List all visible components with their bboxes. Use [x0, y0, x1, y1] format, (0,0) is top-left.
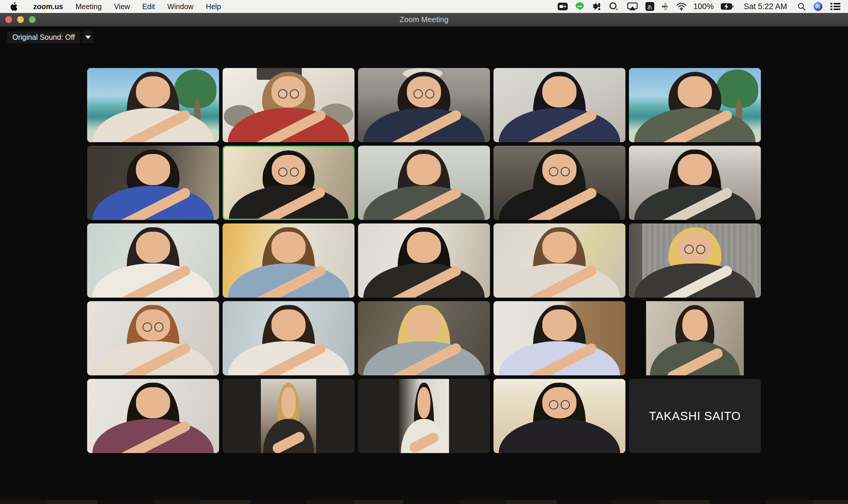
video-camera-icon[interactable] — [554, 0, 572, 13]
participant-tile-3[interactable] — [358, 68, 490, 142]
menu-item-window[interactable]: Window — [161, 0, 200, 13]
original-sound-label[interactable]: Original Sound: Off — [7, 31, 80, 43]
participant-video — [358, 223, 490, 298]
participant-silhouette — [222, 68, 355, 142]
glasses — [546, 167, 573, 176]
menu-item-view[interactable]: View — [108, 0, 136, 13]
chevron-down-icon — [85, 36, 91, 39]
glasses — [275, 89, 302, 98]
participant-video — [493, 301, 626, 375]
original-sound-control[interactable]: Original Sound: Off — [7, 31, 93, 43]
participant-tile-7[interactable] — [222, 146, 355, 220]
participant-video — [493, 223, 626, 298]
participant-video — [358, 146, 490, 220]
participant-silhouette — [222, 301, 355, 375]
participant-silhouette — [222, 223, 355, 298]
participant-tile-21[interactable] — [87, 379, 219, 453]
participant-silhouette — [87, 68, 219, 142]
window-title: Zoom Meeting — [0, 15, 848, 24]
participant-silhouette — [646, 301, 744, 375]
participant-silhouette — [261, 379, 316, 453]
participant-tile-17[interactable] — [222, 301, 355, 375]
participant-tile-1[interactable] — [87, 68, 219, 142]
participant-video — [358, 301, 490, 375]
participant-video — [493, 68, 626, 142]
participant-silhouette — [358, 68, 490, 142]
participant-silhouette — [493, 379, 626, 453]
bluetooth-icon[interactable] — [658, 0, 672, 13]
participant-tile-14[interactable] — [493, 223, 626, 298]
alert-burst-icon[interactable] — [588, 0, 605, 13]
participant-silhouette — [87, 223, 219, 298]
participant-silhouette — [493, 146, 626, 220]
participant-silhouette — [399, 379, 449, 453]
participant-tile-20[interactable] — [629, 301, 761, 375]
participant-silhouette — [87, 301, 219, 375]
siri-icon[interactable] — [809, 0, 827, 13]
participant-silhouette — [493, 301, 626, 375]
menu-item-edit[interactable]: Edit — [136, 0, 161, 13]
participant-tile-11[interactable] — [87, 223, 219, 298]
participant-silhouette — [629, 146, 761, 220]
participant-tile-24[interactable] — [493, 379, 626, 453]
menu-item-zoomus[interactable]: zoom.us — [27, 0, 69, 13]
participant-tile-8[interactable] — [358, 146, 490, 220]
participant-tile-22[interactable] — [222, 379, 355, 453]
participant-tile-13[interactable] — [358, 223, 490, 298]
glasses — [681, 245, 708, 254]
participant-name: TAKASHI SAITO — [649, 410, 741, 423]
participant-tile-4[interactable] — [493, 68, 626, 142]
participant-video — [87, 146, 219, 220]
participant-tile-6[interactable] — [87, 146, 219, 220]
airplay-icon[interactable] — [623, 0, 642, 13]
camera-off-tile: TAKASHI SAITO — [629, 379, 761, 453]
participant-tile-9[interactable] — [493, 146, 626, 220]
menu-item-help[interactable]: Help — [200, 0, 227, 13]
window-zoom-button[interactable] — [29, 16, 36, 23]
participant-video — [629, 223, 761, 298]
battery-percent-label: 100% — [690, 2, 717, 11]
participant-silhouette — [358, 146, 490, 220]
participant-tile-23[interactable] — [358, 379, 490, 453]
spotlight-icon[interactable] — [794, 0, 809, 13]
sync-warning-icon[interactable]: ! — [605, 0, 623, 13]
notification-center-icon[interactable] — [827, 0, 848, 13]
participant-video — [399, 379, 449, 453]
glasses — [275, 167, 302, 177]
participant-silhouette — [629, 223, 761, 298]
participant-tile-12[interactable] — [222, 223, 355, 298]
participant-silhouette — [87, 379, 219, 453]
input-source-icon[interactable]: あ — [642, 0, 658, 13]
participant-video — [87, 223, 219, 298]
original-sound-dropdown[interactable] — [83, 31, 93, 43]
participant-video — [222, 223, 355, 298]
window-close-button[interactable] — [5, 16, 12, 23]
participant-silhouette — [358, 223, 490, 298]
menu-bar: zoom.us Meeting View Edit Window Help LI… — [0, 0, 848, 13]
participant-tile-19[interactable] — [493, 301, 626, 375]
menubar-clock[interactable]: Sat 5:22 AM — [737, 2, 794, 11]
menu-item-meeting[interactable]: Meeting — [69, 0, 108, 13]
line-app-icon[interactable]: LINE — [572, 0, 588, 13]
zoom-meeting-window: Original Sound: Off TAKASHI SAITO — [0, 26, 848, 500]
participant-tile-5[interactable] — [629, 68, 761, 142]
participant-tile-10[interactable] — [629, 146, 761, 220]
participant-tile-15[interactable] — [629, 223, 761, 298]
participant-tile-2[interactable] — [222, 68, 355, 142]
participant-silhouette — [629, 68, 761, 142]
participant-tile-25[interactable]: TAKASHI SAITO — [629, 379, 761, 453]
window-minimize-button[interactable] — [17, 16, 24, 23]
window-title-bar[interactable]: Zoom Meeting — [0, 13, 848, 26]
glasses — [410, 89, 437, 98]
participant-video — [87, 301, 219, 375]
participant-silhouette — [224, 147, 353, 219]
wifi-icon[interactable] — [672, 0, 690, 13]
gallery-grid: TAKASHI SAITO — [87, 68, 760, 453]
glasses — [139, 322, 167, 332]
svg-text:LINE: LINE — [577, 5, 582, 8]
participant-silhouette — [87, 146, 219, 220]
participant-tile-16[interactable] — [87, 301, 219, 375]
participant-video — [87, 379, 219, 453]
apple-menu-icon[interactable] — [10, 2, 19, 11]
participant-tile-18[interactable] — [358, 301, 490, 375]
